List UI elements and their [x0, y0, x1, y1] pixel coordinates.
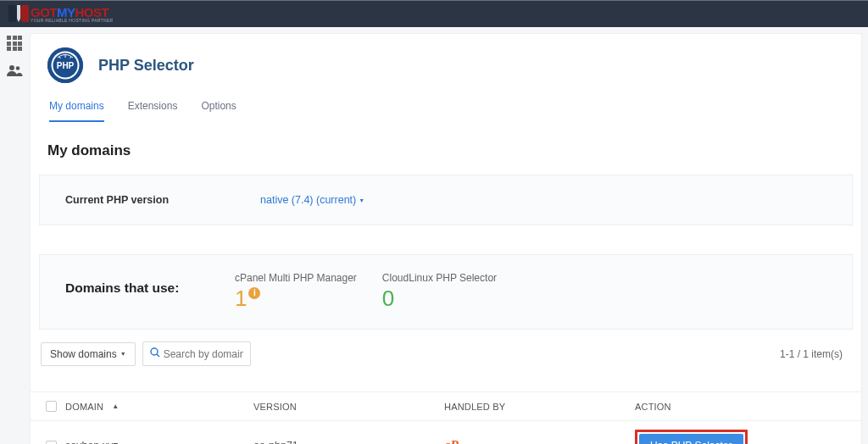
- users-icon[interactable]: [6, 64, 23, 80]
- svg-point-0: [9, 65, 14, 70]
- caret-down-icon: ▼: [120, 351, 126, 357]
- brand-logo[interactable]: GOT MY HOST YOUR RELIABLE HOSTING PARTNE…: [7, 1, 113, 27]
- left-sidebar: [0, 27, 29, 444]
- apps-grid-icon[interactable]: [7, 36, 22, 51]
- select-all-checkbox[interactable]: [46, 401, 57, 412]
- stat-cpanel-value: 1: [235, 286, 247, 312]
- table-header: DOMAIN ▲ VERSION HANDLED BY ACTION: [31, 391, 861, 421]
- stat-cloudlinux-title: CloudLinux PHP Selector: [382, 272, 497, 284]
- tab-my-domains[interactable]: My domains: [49, 100, 104, 122]
- page-title: PHP Selector: [98, 57, 194, 75]
- svg-point-1: [16, 66, 20, 70]
- top-bar: GOT MY HOST YOUR RELIABLE HOSTING PARTNE…: [0, 0, 868, 27]
- show-domains-label: Show domains: [50, 348, 117, 360]
- search-input[interactable]: [164, 348, 243, 360]
- th-domain[interactable]: DOMAIN: [65, 402, 103, 412]
- use-php-selector-button[interactable]: Use PHP Selector: [639, 434, 743, 444]
- th-handled-by[interactable]: HANDLED BY: [444, 402, 635, 412]
- search-box[interactable]: [142, 341, 251, 366]
- cell-version: ea-php71: [253, 440, 444, 444]
- php-badge-icon: PHP: [47, 47, 83, 83]
- table-toolbar: Show domains ▼ 1-1 / 1 item(s): [31, 330, 861, 378]
- table-row: sayhan.xyz ea-php71 cP Use PHP Selector: [31, 421, 861, 444]
- item-count: 1-1 / 1 item(s): [780, 348, 851, 360]
- show-domains-button[interactable]: Show domains ▼: [41, 342, 136, 366]
- highlight-ring: Use PHP Selector: [635, 430, 748, 444]
- section-heading: My domains: [31, 122, 861, 175]
- current-version-value: native (7.4) (current): [260, 194, 356, 206]
- current-version-selector[interactable]: native (7.4) (current) ▼: [260, 194, 364, 206]
- cell-domain: sayhan.xyz: [65, 440, 119, 444]
- tabs-bar: My domains Extensions Options: [31, 83, 861, 122]
- logo-tagline: YOUR RELIABLE HOSTING PARTNER: [31, 18, 113, 23]
- caret-down-icon: ▼: [359, 197, 364, 203]
- main-panel: PHP PHP Selector My domains Extensions O…: [31, 34, 861, 444]
- cell-handled-by: cP: [444, 438, 635, 444]
- search-icon: [150, 347, 160, 360]
- domains-stats-card: Domains that use: cPanel Multi PHP Manag…: [39, 254, 853, 330]
- sort-asc-icon: ▲: [112, 402, 119, 410]
- tab-extensions[interactable]: Extensions: [128, 100, 178, 122]
- stat-cpanel-title: cPanel Multi PHP Manager: [235, 272, 357, 284]
- current-version-label: Current PHP version: [65, 194, 260, 206]
- current-version-card: Current PHP version native (7.4) (curren…: [39, 175, 853, 225]
- svg-line-9: [157, 354, 159, 357]
- logo-shield-icon: [7, 3, 31, 25]
- stat-cloudlinux-value: 0: [382, 286, 394, 312]
- stats-label: Domains that use:: [65, 280, 209, 296]
- th-action: ACTION: [635, 402, 846, 412]
- tab-options[interactable]: Options: [201, 100, 236, 122]
- row-checkbox[interactable]: [46, 441, 57, 445]
- info-icon[interactable]: i: [248, 287, 260, 299]
- th-version[interactable]: VERSION: [253, 402, 444, 412]
- svg-point-8: [151, 348, 158, 355]
